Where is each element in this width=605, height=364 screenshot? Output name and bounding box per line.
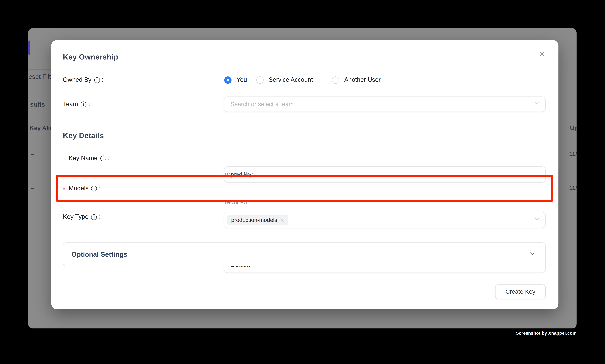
info-icon[interactable]: i [91, 214, 97, 220]
table-header-updated: Up [570, 125, 577, 131]
key-name-field[interactable] [224, 166, 546, 182]
optional-settings-accordion[interactable]: Optional Settings [63, 242, 546, 266]
owned-by-label-text: Owned By [63, 77, 91, 83]
radio-unselected-icon [332, 76, 339, 84]
create-key-button-fragment [28, 40, 30, 55]
radio-option-you[interactable]: You [224, 75, 247, 85]
optional-settings-title: Optional Settings [71, 250, 127, 258]
models-validation-message: required [225, 199, 247, 206]
team-select[interactable] [224, 96, 546, 112]
remove-tag-icon[interactable]: ✕ [280, 217, 284, 223]
chevron-down-icon [529, 250, 535, 258]
info-glyph: i [83, 102, 84, 106]
models-multiselect[interactable]: production-models ✕ [224, 212, 546, 228]
radio-option-another-user[interactable]: Another User [332, 75, 381, 85]
results-count-fragment: sults [30, 101, 45, 108]
info-icon[interactable]: i [94, 77, 100, 83]
key-name-label-text: Key Name [69, 155, 98, 162]
key-name-label: * Key Name i : [63, 154, 110, 162]
owned-by-label: Owned By i : [63, 76, 103, 84]
selected-model-tag: production-models ✕ [227, 215, 288, 225]
info-glyph: i [94, 215, 95, 219]
radio-selected-icon [224, 76, 232, 84]
label-colon: : [88, 101, 90, 108]
table-row-date: 11/ [569, 151, 577, 157]
radio-label: Service Account [269, 77, 313, 83]
radio-unselected-icon [256, 76, 264, 84]
info-glyph: i [94, 186, 95, 190]
create-key-button[interactable]: Create Key [495, 285, 546, 299]
required-asterisk: * [63, 186, 65, 193]
chevron-down-icon [535, 101, 540, 108]
info-glyph: i [103, 156, 103, 160]
radio-label: You [236, 77, 247, 83]
key-type-label: Key Type i : [63, 213, 101, 221]
required-asterisk: * [63, 156, 65, 162]
key-name-input[interactable] [224, 167, 545, 182]
label-colon: : [99, 185, 101, 192]
divider [28, 69, 52, 70]
info-icon[interactable]: i [91, 185, 97, 191]
table-row-dash: – [30, 151, 34, 157]
radio-option-service-account[interactable]: Service Account [256, 75, 313, 85]
models-label-text: Models [69, 185, 89, 192]
table-row-date: 11/ [569, 184, 577, 191]
key-details-title: Key Details [63, 131, 104, 140]
reset-filters-button-fragment[interactable]: eset Filt [29, 73, 51, 80]
table-header-key-alias: Key Alia [30, 125, 53, 131]
radio-label: Another User [344, 77, 381, 83]
info-glyph: i [96, 78, 98, 82]
key-name-validation-message: required [225, 170, 247, 178]
team-search-input[interactable] [224, 97, 545, 112]
key-type-label-text: Key Type [63, 213, 89, 220]
watermark-text: Screenshot by Xnapper.com [516, 331, 577, 335]
modal-title: Key Ownership [63, 52, 118, 61]
create-key-button-label: Create Key [505, 288, 535, 295]
label-colon: : [108, 155, 110, 162]
screenshot-stage: eset Filt sults Key Alia Up – 11/ – 11/ … [0, 0, 605, 364]
selected-model-tag-label: production-models [231, 217, 277, 223]
close-glyph: ✕ [539, 49, 545, 59]
label-colon: : [102, 77, 103, 83]
create-key-modal: Key Ownership ✕ Owned By i : You Service… [51, 40, 558, 309]
label-colon: : [99, 213, 101, 220]
chevron-down-icon [535, 217, 540, 223]
models-label: * Models i : [63, 184, 101, 193]
close-icon[interactable]: ✕ [537, 49, 548, 60]
info-icon[interactable]: i [81, 101, 87, 107]
team-label-text: Team [63, 101, 78, 108]
team-label: Team i : [63, 100, 90, 108]
info-icon[interactable]: i [100, 155, 106, 161]
table-row-dash: – [30, 184, 34, 191]
